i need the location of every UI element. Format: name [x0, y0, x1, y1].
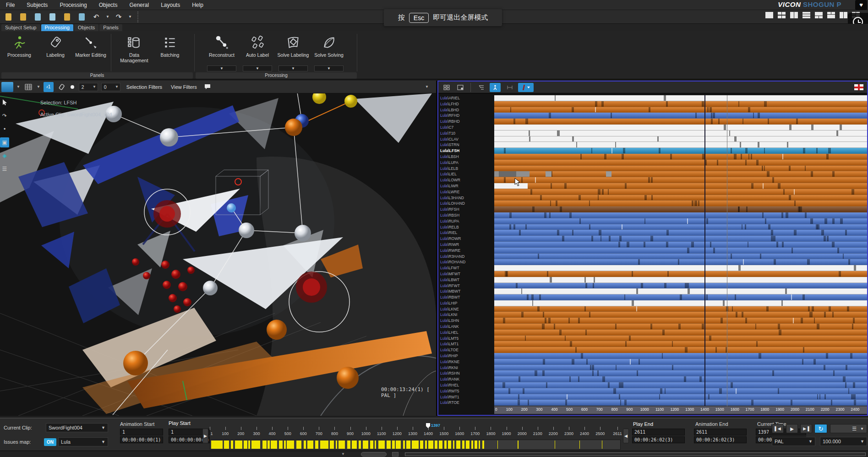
track-name[interactable]: Lula\LTOE: [438, 347, 493, 353]
save-icon[interactable]: [32, 11, 43, 22]
track-name[interactable]: Lula\RANK: [438, 376, 493, 382]
track-name[interactable]: Lula\LOHAND: [438, 201, 493, 207]
track-bar[interactable]: [494, 376, 867, 382]
layout-rows-icon[interactable]: [802, 12, 810, 18]
menu-item-objects[interactable]: Objects: [93, 2, 124, 8]
tab-objects[interactable]: Objects: [74, 24, 98, 31]
track-name[interactable]: Lula\RFSH: [438, 207, 493, 212]
track-bar[interactable]: [494, 259, 867, 265]
play-end-arrow-button[interactable]: ◀: [623, 429, 629, 443]
menu-item-file[interactable]: File: [0, 2, 21, 8]
clip-frame-ruler[interactable]: 1100200300400500600700800900100011001200…: [210, 423, 617, 439]
track-name[interactable]: Lula\RIEL: [438, 230, 493, 236]
track-name[interactable]: Lula\RHEL: [438, 382, 493, 388]
track-name[interactable]: Lula\LWRE: [438, 189, 493, 195]
marker-filter-icon[interactable]: [518, 83, 534, 92]
format-dropdown[interactable]: PAL▼: [772, 437, 815, 446]
layout-quad-icon[interactable]: [778, 12, 786, 18]
track-bar[interactable]: [494, 283, 867, 289]
ribbon-item-processing[interactable]: Processing: [0, 33, 38, 71]
track-bar[interactable]: [494, 277, 867, 283]
track-bar[interactable]: [494, 288, 867, 294]
track-name[interactable]: Lula\LKNI: [438, 312, 493, 318]
track-name[interactable]: Lula\RBSH: [438, 212, 493, 218]
menu-item-layouts[interactable]: Layouts: [155, 2, 186, 8]
track-bar[interactable]: [494, 330, 867, 336]
track-name[interactable]: Lula\ROWR: [438, 236, 493, 242]
track-bar[interactable]: [494, 370, 867, 376]
layout-single-icon[interactable]: [765, 12, 773, 18]
track-bar[interactable]: [494, 388, 867, 394]
track-bar[interactable]: [494, 212, 867, 218]
track-bar[interactable]: [494, 160, 867, 166]
play-end-frame-field[interactable]: 2611: [632, 429, 685, 435]
track-bar[interactable]: [494, 113, 867, 119]
track-name[interactable]: Lula\LHEL: [438, 330, 493, 336]
track-name[interactable]: Lula\LUPA: [438, 160, 493, 166]
track-name[interactable]: Lula\LMT5: [438, 336, 493, 342]
track-bar[interactable]: [494, 95, 867, 101]
menu-item-processing[interactable]: Processing: [54, 2, 93, 8]
menu-item-general[interactable]: General: [123, 2, 155, 8]
timeline-frame-ruler[interactable]: 0100200300400500600700800900100011001200…: [494, 406, 867, 414]
track-bar[interactable]: [494, 207, 867, 212]
ribbon-item-caret-icon[interactable]: ▼: [207, 65, 236, 71]
track-name[interactable]: Lula\ARIEL: [438, 95, 493, 101]
camera-count-field[interactable]: 2▼: [79, 83, 98, 91]
track-name[interactable]: Lula\RELB: [438, 224, 493, 230]
track-bar[interactable]: [494, 107, 867, 113]
playback-speed-dropdown[interactable]: 100.000▼: [820, 437, 867, 446]
menu-item-subjects[interactable]: Subjects: [21, 2, 54, 8]
track-name[interactable]: Lula\LIWR: [438, 183, 493, 189]
track-name[interactable]: Lula\RBWT: [438, 294, 493, 300]
track-bar[interactable]: [494, 136, 867, 142]
track-bar[interactable]: [494, 382, 867, 388]
loop-icon[interactable]: ↻: [814, 424, 827, 433]
layout-main-top-icon[interactable]: [815, 12, 823, 18]
ribbon-item-caret-icon[interactable]: ▼: [278, 65, 308, 71]
track-name[interactable]: Lula\RFHD: [438, 113, 493, 119]
status-pill-button[interactable]: [361, 452, 387, 457]
track-bar[interactable]: [494, 236, 867, 242]
menu-icon[interactable]: ☰: [0, 164, 9, 174]
track-bar[interactable]: [494, 189, 867, 195]
track-bar[interactable]: [494, 306, 867, 312]
sort-tracks-icon[interactable]: [476, 83, 487, 92]
track-bar[interactable]: [494, 230, 867, 236]
pin-icon[interactable]: •: [0, 124, 9, 134]
track-bar[interactable]: [494, 201, 867, 207]
track-name[interactable]: Lula\LSHN: [438, 318, 493, 324]
track-bar[interactable]: [494, 254, 867, 260]
track-bar[interactable]: [494, 218, 867, 224]
animation-start-frame-field[interactable]: 1: [120, 429, 163, 435]
track-bar[interactable]: [494, 101, 867, 107]
track-bar[interactable]: [494, 353, 867, 359]
range-view-icon[interactable]: [504, 83, 515, 92]
track-name[interactable]: Lula\LFHD: [438, 101, 493, 107]
show-subject-icon[interactable]: [490, 83, 501, 92]
track-bar[interactable]: [494, 166, 867, 172]
selection-mode-icon[interactable]: [1, 82, 13, 92]
track-name[interactable]: Lula\RMT1: [438, 394, 493, 400]
track-name[interactable]: Lula\RWRE: [438, 248, 493, 254]
track-name[interactable]: Lula\RFWT: [438, 283, 493, 289]
red-cross-flag-icon[interactable]: [854, 84, 863, 90]
track-bar[interactable]: [494, 347, 867, 353]
track-name[interactable]: Lula\LHIP: [438, 300, 493, 306]
track-name[interactable]: Lula\T10: [438, 131, 493, 136]
tab-panels[interactable]: Panels: [99, 24, 122, 31]
comment-bubble-icon[interactable]: [203, 82, 212, 92]
track-bar[interactable]: [494, 195, 867, 201]
ribbon-item-reconstruct[interactable]: Reconstruct▼: [202, 33, 241, 71]
track-name[interactable]: Lula\LMT1: [438, 341, 493, 347]
track-bar[interactable]: [494, 183, 867, 189]
track-bar[interactable]: [494, 148, 867, 154]
track-name[interactable]: Lula\RKNI: [438, 365, 493, 371]
track-bar[interactable]: [494, 318, 867, 324]
track-bar[interactable]: [494, 394, 867, 400]
undo-caret-icon[interactable]: ▼: [106, 15, 109, 19]
track-name[interactable]: Lula\RIWR: [438, 242, 493, 248]
track-name[interactable]: Lula\RUPA: [438, 218, 493, 224]
track-name[interactable]: Lula\RTOE: [438, 400, 493, 406]
selection-mode-caret-icon[interactable]: ▼: [16, 85, 20, 89]
